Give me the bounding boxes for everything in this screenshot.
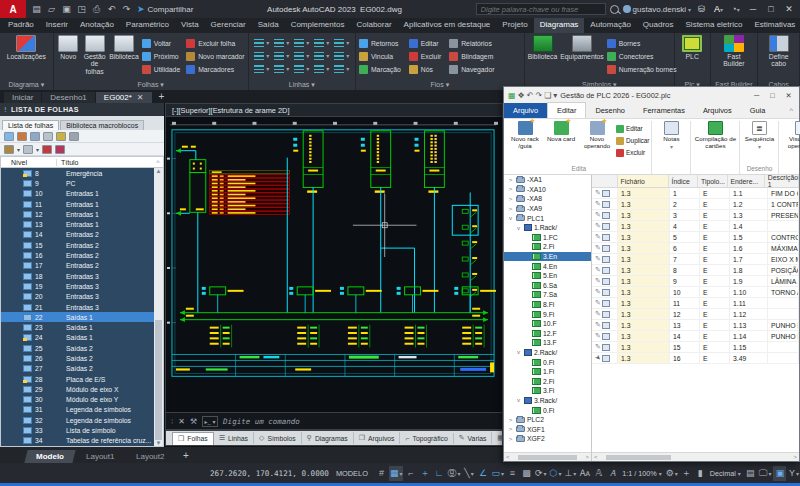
plc-restore-button[interactable]: □ <box>766 91 779 100</box>
sequencia-button[interactable]: ≣Sequência▾ <box>742 121 776 150</box>
plc-tree-item-xgf2[interactable]: >XGF2 <box>504 434 591 444</box>
infer-constraints-icon[interactable]: ⌐ <box>404 466 417 481</box>
plc-table-row[interactable]: ✎1.39E1.9LÂMINA 2 POSIÇÃO <box>592 276 799 287</box>
ribbon-tab-complementos[interactable]: Complementos <box>285 18 351 33</box>
plc-table-row[interactable]: ✎1.33E1.3PRESENÇA DE PERFIL <box>592 210 799 221</box>
linhas-style-button[interactable]: ▾ <box>292 62 312 75</box>
layout-tab-layout2[interactable]: Layout2 <box>125 450 177 463</box>
plc-tree-item-1-fc[interactable]: 1.FC <box>504 233 591 243</box>
linhas-style-button[interactable]: ▾ <box>252 36 272 49</box>
sheet-row[interactable]: 31Legenda de símbolos <box>1 405 154 415</box>
graphics-icon[interactable]: ▣ <box>773 466 786 481</box>
ribbon-btn-blindagem[interactable]: Blindagem <box>449 50 494 63</box>
visualizar-button[interactable]: ⌖Visualizar operandos▾ <box>781 121 800 157</box>
settings-icon[interactable]: ⚙▾ <box>665 466 679 481</box>
plc-table-row[interactable]: ✎1.38E1.8POSIÇÃO 1 LÂMINA <box>592 265 799 276</box>
object-snap-icon[interactable]: ▭▾ <box>490 466 505 481</box>
ribbon-tab-vista[interactable]: Vista <box>175 18 205 33</box>
ribbon-btn-pr-ximo[interactable]: Próximo <box>142 50 180 63</box>
sheet-row[interactable]: 18Entradas 3 <box>1 271 154 281</box>
ribbon-btn-navegador[interactable]: Navegador <box>449 63 494 76</box>
plc-tree-item-2-rack[interactable]: v2.Rack/ <box>504 348 591 358</box>
sheet-row[interactable]: 30Módulo de eixo Y <box>1 395 154 405</box>
plc-btn-novo-rack-guia[interactable]: Novo rack /guia <box>508 121 542 150</box>
sheet-row[interactable]: 22Saídas 1 <box>1 312 154 322</box>
linhas-style-button[interactable]: ▾ <box>332 36 352 49</box>
plc-btn-editar[interactable]: Editar <box>616 123 649 134</box>
ribbon-btn-vincula[interactable]: Vincula <box>359 50 401 63</box>
tree-expand-icon[interactable]: > <box>507 196 514 202</box>
minimize-button[interactable]: ─ <box>746 4 760 14</box>
isolate-icon[interactable]: ▮ <box>694 466 707 481</box>
tree-expand-icon[interactable]: > <box>507 186 514 192</box>
sheet-list-header[interactable]: Nível Título ^ <box>0 156 164 168</box>
plc-tree-item-7-sa[interactable]: 7.Sa <box>504 290 591 300</box>
plc-tree-item-12-f[interactable]: 12.F <box>504 329 591 339</box>
command-grip-icon[interactable]: ⁞ <box>171 417 173 426</box>
plc-btn-excluir[interactable]: Excluir <box>616 147 649 158</box>
plc-tree-item-5-en[interactable]: 5.En <box>504 271 591 281</box>
search-icon[interactable] <box>610 5 619 14</box>
ribbon-tab-colaborar[interactable]: Colaborar <box>350 18 397 33</box>
plc-tree-item-3-rack[interactable]: v3.Rack/ <box>504 396 591 406</box>
app-store-icon[interactable]: ⛁ <box>695 4 708 14</box>
plc-tree-item-xa8[interactable]: >-XA8 <box>504 194 591 204</box>
plot-icon[interactable]: ⎙ <box>90 4 103 15</box>
plc-close-button[interactable]: ✕ <box>782 91 795 100</box>
plc-table-row[interactable]: ✎1.35E1.5CONTROLE DE BARRA <box>592 232 799 243</box>
file-tab-desenho1[interactable]: Desenho1 <box>42 92 94 103</box>
ribbon-btn-numera-o-bornes[interactable]: Numeração bornes <box>607 63 677 76</box>
plc-tab-desenho[interactable]: Desenho <box>586 103 634 118</box>
plc-tree-item-8-fi[interactable]: 8.Fi <box>504 300 591 310</box>
sheet-row[interactable]: 21Entradas 3 <box>1 302 154 312</box>
ortho-icon[interactable]: ∟ <box>432 466 445 481</box>
sheet-row[interactable]: 24Saídas 1 <box>1 333 154 343</box>
plc-table-row[interactable]: ✎1.36E1.6MÁXIMA EIXO X <box>592 243 799 254</box>
plc-table-row[interactable]: ✎1.31E1.1FIM DO CICLO <box>592 188 799 199</box>
localizacoes-button[interactable]: Localizações <box>6 35 46 60</box>
ribbon-tab-inserir[interactable]: Inserir <box>40 18 74 33</box>
plc-tree-item-1-fi[interactable]: 1.Fi <box>504 367 591 377</box>
annotation-scale-a-icon[interactable]: 𝔸 <box>592 466 605 481</box>
plc-launch-icon[interactable]: ❖ <box>518 91 525 100</box>
panel-label-linhas[interactable]: Linhas ▾ <box>249 79 355 90</box>
ribbon-tab-estimativas[interactable]: Estimativas <box>748 18 800 33</box>
filter-icon[interactable]: Y▾ <box>787 466 800 481</box>
ribbon-btn-marcadores[interactable]: Marcadores <box>186 63 244 76</box>
linhas-style-button[interactable]: ▾ <box>252 49 272 62</box>
plc-tree-item-4-en[interactable]: 4.En <box>504 261 591 271</box>
plc-tab-ferramentas[interactable]: Ferramentas <box>634 103 694 118</box>
plc-tree-item-9-fi[interactable]: 9.Fi <box>504 309 591 319</box>
plc-tab-guia[interactable]: Guia <box>741 103 775 118</box>
monitor-icon[interactable]: 🖵▾ <box>758 466 773 481</box>
print-sheet-icon[interactable] <box>69 132 79 141</box>
viewport-caption[interactable]: [-][Superior][Estrutura de arame 2D] <box>165 103 503 117</box>
edit-sheet-icon[interactable] <box>56 132 66 141</box>
autodesk-a-icon[interactable]: A▾ <box>712 4 725 14</box>
plc-table-row[interactable]: ✎1.32E1.21 CONTRA-MODELO D <box>592 199 799 210</box>
search-input[interactable] <box>476 3 606 15</box>
polar-tracking-icon[interactable]: ⓖ▾ <box>446 466 461 481</box>
command-placeholder[interactable]: Digite um comando <box>223 417 300 426</box>
scroll-thumb[interactable] <box>155 320 162 440</box>
plc-table-row[interactable]: ✎1.314E1.14PUNHO DIREITO <box>592 331 799 342</box>
ribbon-btn-n-s[interactable]: Nós <box>409 63 441 76</box>
plc-tree-item-0-fi[interactable]: 0.Fi <box>504 357 591 367</box>
sheet-row[interactable]: 34Tabelas de referência cruz... <box>1 436 154 446</box>
column-header-ndice[interactable]: Índice <box>669 175 698 187</box>
linhas-style-button[interactable]: ▾ <box>312 36 332 49</box>
sheet-row[interactable]: 33Lista de símbolo <box>1 425 154 435</box>
plc-table-row[interactable]: ✎1.37E1.7EIXO X MÍNIMO <box>592 254 799 265</box>
sheet-row[interactable]: 20Entradas 3 <box>1 292 154 302</box>
plc-table-row[interactable]: ✎1.313E1.13PUNHO ESQUERDO <box>592 320 799 331</box>
share-button[interactable]: ➤ Compartilhar <box>137 4 193 14</box>
plc-button[interactable]: PLC <box>679 35 705 60</box>
template-icon[interactable] <box>4 145 14 154</box>
file-tab-iniciar[interactable]: Iniciar <box>4 92 41 103</box>
copy-sheet-icon[interactable] <box>43 132 53 141</box>
save-icon[interactable]: ▣ <box>60 4 73 15</box>
fast-builder-button[interactable]: Fast Builder <box>716 35 752 68</box>
plc-tree-item-10-f[interactable]: 10.F <box>504 319 591 329</box>
osnap-tracking-icon[interactable]: ∠ <box>476 466 489 481</box>
ribbon-btn-voltar[interactable]: Voltar <box>142 37 180 50</box>
